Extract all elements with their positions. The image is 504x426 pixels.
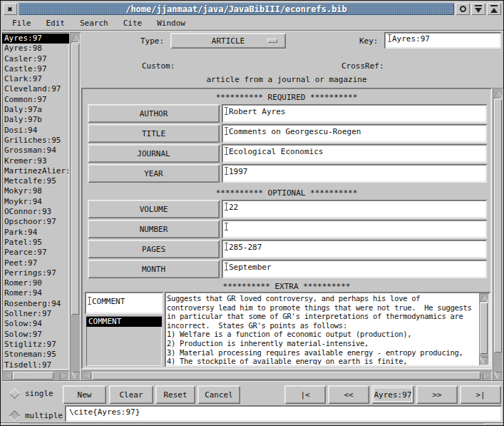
cancel-button[interactable]: Cancel xyxy=(197,385,240,404)
citation-key-item[interactable]: Grossman:94 xyxy=(2,146,69,156)
citation-key-item[interactable]: Sollner:97 xyxy=(2,309,69,319)
nav-next-button[interactable]: >> xyxy=(416,385,458,404)
comment-vertical-scrollbar[interactable] xyxy=(479,293,489,365)
comment-text[interactable]: Suggests that GR loved controversy, and … xyxy=(167,294,478,365)
field-input[interactable]: September xyxy=(222,260,487,278)
menu-item[interactable]: Edit xyxy=(46,19,66,28)
nav-first-button[interactable]: |< xyxy=(284,385,326,404)
nav-last-button[interactable]: >| xyxy=(460,385,501,404)
citation-key-item[interactable]: Stiglitz:97 xyxy=(2,340,69,350)
citation-key-item[interactable]: Stoneman:95 xyxy=(2,350,69,360)
menu-item[interactable]: Cite xyxy=(123,19,143,28)
nav-current-button[interactable]: Ayres:97 xyxy=(371,385,414,404)
field-label-button[interactable]: JOURNAL xyxy=(88,144,220,163)
clear-button[interactable]: Clear xyxy=(109,385,153,404)
scroll-down-button[interactable] xyxy=(480,357,488,365)
menu-item[interactable]: File xyxy=(12,19,31,28)
citation-key-item[interactable]: Common:97 xyxy=(2,95,69,105)
citation-key-item[interactable]: Pearce:97 xyxy=(2,248,69,258)
sidebar-vertical-scrollbar[interactable] xyxy=(70,32,81,381)
citation-key-item[interactable]: Castle:97 xyxy=(2,64,69,74)
field-input[interactable]: 1997 xyxy=(222,164,487,183)
shade-button[interactable] xyxy=(471,3,485,15)
scroll-right-button[interactable] xyxy=(482,372,490,380)
form-vertical-scrollbar[interactable] xyxy=(493,88,503,381)
citation-key-item[interactable]: Griliches:95 xyxy=(2,136,69,146)
citation-key-item[interactable]: Clark:97 xyxy=(2,74,69,84)
scroll-up-button[interactable] xyxy=(71,34,79,42)
citation-key-item[interactable]: Romer:90 xyxy=(2,278,69,288)
extra-field-name-input[interactable]: COMMENT xyxy=(85,292,163,314)
citation-key-item[interactable]: Romer:94 xyxy=(2,288,69,298)
citation-key-item[interactable]: Daly:97a xyxy=(2,105,69,115)
citation-key-item[interactable]: Opschoor:97 xyxy=(2,217,69,227)
nav-prev-button[interactable]: << xyxy=(328,385,369,404)
field-label-button[interactable]: VOLUME xyxy=(88,200,220,218)
citation-key-item[interactable]: Perrings:97 xyxy=(2,268,69,278)
field-label-button[interactable]: PAGES xyxy=(88,240,220,258)
multiple-radio[interactable] xyxy=(9,410,21,422)
scroll-left-button[interactable] xyxy=(83,372,91,380)
reset-button[interactable]: Reset xyxy=(155,385,195,404)
window-title[interactable]: /home/jjanmaat/java/JavaBibIII/econrefs.… xyxy=(19,3,454,15)
new-button[interactable]: New xyxy=(63,385,106,404)
citation-key-item[interactable]: Park:94 xyxy=(2,228,69,238)
field-input[interactable]: Comments on Georgescu-Roegen xyxy=(222,124,487,143)
type-option-menu[interactable]: ARTICLE xyxy=(170,33,286,49)
citation-key-item[interactable]: Moykr:94 xyxy=(2,197,69,207)
extra-field-list-item[interactable]: COMMENT xyxy=(86,317,162,327)
form-horizontal-scrollbar[interactable] xyxy=(81,370,492,381)
citation-key-item[interactable]: Patel:95 xyxy=(2,238,69,248)
resize-corner[interactable] xyxy=(485,423,503,426)
field-label-button[interactable]: AUTHOR xyxy=(88,104,220,123)
field-label-button[interactable]: YEAR xyxy=(88,164,220,183)
scroll-down-button[interactable] xyxy=(71,371,79,380)
scrollbar-thumb[interactable] xyxy=(71,44,79,315)
scroll-up-button[interactable] xyxy=(494,89,502,98)
scrollbar-thumb[interactable] xyxy=(92,372,480,380)
citation-key-item[interactable]: Rosenberg:94 xyxy=(2,299,69,309)
citation-key-item[interactable]: Ayres:97 xyxy=(2,34,69,44)
field-label-button[interactable]: NUMBER xyxy=(88,220,220,238)
window-resize-frame[interactable] xyxy=(1,422,503,425)
sidebar-horizontal-scrollbar[interactable] xyxy=(2,370,69,381)
citation-key-item[interactable]: MartinezAlier:9 xyxy=(2,166,69,176)
citation-key-item[interactable]: Casler:97 xyxy=(2,54,69,64)
citation-key-item[interactable]: Tisdell:97 xyxy=(2,360,69,370)
comment-textarea[interactable]: Suggests that GR loved controversy, and … xyxy=(165,292,490,367)
citation-key-item[interactable]: Metcalfe:95 xyxy=(2,176,69,186)
citation-key-item[interactable]: Daly:97b xyxy=(2,115,69,125)
menu-item[interactable]: Window xyxy=(157,19,185,28)
citation-key-item[interactable]: Peet:97 xyxy=(2,258,69,268)
scrollbar-thumb[interactable] xyxy=(13,372,53,380)
field-input[interactable]: Ecological Economics xyxy=(222,144,487,163)
citation-key-item[interactable]: Mokyr:98 xyxy=(2,186,69,196)
single-radio[interactable] xyxy=(9,388,21,400)
scroll-up-button[interactable] xyxy=(480,294,488,302)
citation-key-item[interactable]: Solow:97 xyxy=(2,330,69,340)
citation-key-item[interactable]: OConnor:93 xyxy=(2,207,69,217)
menu-item[interactable]: Search xyxy=(80,19,108,28)
field-input[interactable]: 285-287 xyxy=(222,240,487,258)
field-label-button[interactable]: TITLE xyxy=(88,124,220,143)
field-label-button[interactable]: MONTH xyxy=(88,260,220,278)
scroll-down-button[interactable] xyxy=(494,371,502,380)
citation-key-item[interactable]: Ayres:98 xyxy=(2,44,69,54)
citation-key-item[interactable]: Kremer:93 xyxy=(2,156,69,166)
maximize-button[interactable] xyxy=(487,3,501,15)
scroll-left-button[interactable] xyxy=(4,372,12,380)
scrollbar-thumb[interactable] xyxy=(480,303,488,354)
citation-key-item[interactable]: Solow:94 xyxy=(2,319,69,329)
scroll-right-button[interactable] xyxy=(59,372,68,380)
close-button[interactable]: ✖ xyxy=(3,3,17,15)
field-input[interactable] xyxy=(222,220,487,238)
key-input[interactable]: Ayres:97 xyxy=(384,32,501,49)
scrollbar-thumb[interactable] xyxy=(494,99,502,353)
citation-key-item[interactable]: Cleveland:97 xyxy=(2,84,69,94)
cite-command-field[interactable]: \cite{Ayres:97} xyxy=(65,405,502,422)
resize-corner[interactable] xyxy=(1,423,19,426)
citation-key-item[interactable]: Dosi:94 xyxy=(2,126,69,136)
menu-circle-button[interactable] xyxy=(456,3,470,15)
field-input[interactable]: Robert Ayres xyxy=(222,104,487,123)
field-input[interactable]: 22 xyxy=(222,200,487,218)
